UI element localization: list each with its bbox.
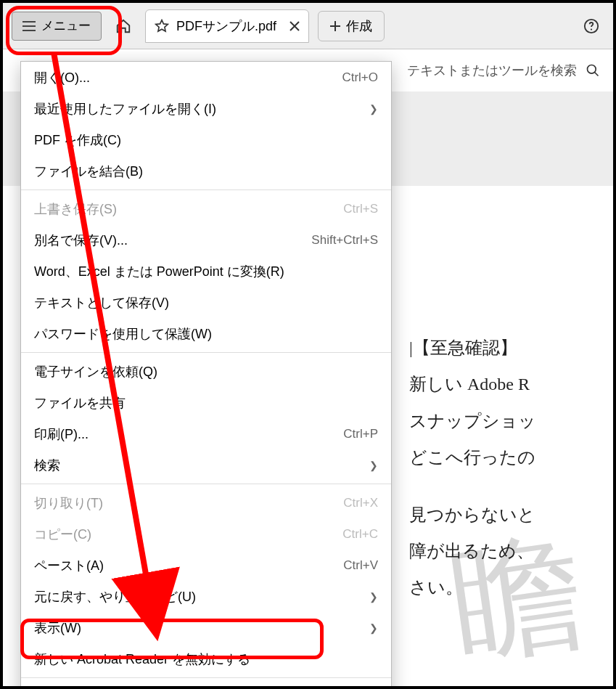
menu-item-disable-new-reader[interactable]: 新しい Acrobat Reader を無効にする — [21, 643, 391, 674]
tab-title: PDFサンプル.pdf — [176, 17, 276, 35]
menu-item-label: 表示(W) — [34, 619, 81, 637]
doc-line: どこへ行ったの — [409, 439, 613, 476]
menu-item-label: 印刷(P)... — [34, 425, 89, 443]
new-tab-button[interactable]: 作成 — [318, 11, 385, 41]
menu-button-label: メニュー — [41, 17, 91, 34]
menu-item-create-pdf[interactable]: PDF を作成(C) — [21, 124, 391, 155]
chevron-right-icon: ❯ — [369, 622, 378, 634]
doc-line: スナップショッ — [409, 403, 613, 439]
menu-item-undo-redo[interactable]: 元に戻す、やり直しなど(U) ❯ — [21, 581, 391, 612]
menu-item-plugins: プラグイン(G) — [21, 681, 391, 689]
menu-item-label: 検索 — [34, 457, 60, 474]
menu-item-label: 最近使用したファイルを開く(I) — [34, 100, 216, 118]
doc-line: さい。 — [409, 569, 613, 606]
doc-line: 新しい Adobe R — [409, 366, 613, 402]
toolbar: メニュー PDFサンプル.pdf 作成 — [3, 3, 613, 49]
menu-separator — [21, 484, 391, 484]
menu-item-label: PDF を作成(C) — [34, 131, 121, 149]
menu-item-shortcut: Ctrl+V — [343, 558, 378, 573]
star-icon[interactable] — [155, 19, 169, 33]
menu-item-save-text[interactable]: テキストとして保存(V) — [21, 287, 391, 318]
doc-line: |【至急確認】 — [409, 330, 613, 366]
menu-item-paste[interactable]: ペースト(A) Ctrl+V — [21, 550, 391, 581]
menu-item-print[interactable]: 印刷(P)... Ctrl+P — [21, 418, 391, 449]
chevron-right-icon: ❯ — [369, 591, 378, 603]
home-icon — [115, 18, 131, 34]
menu-item-label: 新しい Acrobat Reader を無効にする — [34, 651, 250, 668]
menu-separator — [21, 189, 391, 190]
menu-item-recent[interactable]: 最近使用したファイルを開く(I) ❯ — [21, 93, 391, 124]
menu-item-share[interactable]: ファイルを共有 — [21, 387, 391, 418]
menu-item-label: 切り取り(T) — [34, 494, 103, 512]
menu-item-view[interactable]: 表示(W) ❯ — [21, 612, 391, 643]
menu-item-cut: 切り取り(T) Ctrl+X — [21, 487, 391, 518]
menu-item-label: ファイルを共有 — [34, 394, 126, 412]
main-menu-dropdown: 開く(O)... Ctrl+O 最近使用したファイルを開く(I) ❯ PDF を… — [20, 61, 392, 689]
search-placeholder[interactable]: テキストまたはツールを検索 — [407, 62, 577, 79]
svg-point-2 — [588, 65, 596, 74]
menu-item-shortcut: Shift+Ctrl+S — [311, 233, 378, 248]
chevron-right-icon: ❯ — [369, 460, 378, 471]
tab-close-button[interactable] — [289, 21, 300, 31]
document-content: |【至急確認】 新しい Adobe R スナップショッ どこへ行ったの 見つから… — [409, 330, 613, 606]
menu-item-combine[interactable]: ファイルを結合(B) — [21, 155, 391, 187]
menu-item-convert[interactable]: Word、Excel または PowerPoint に変換(R) — [21, 256, 391, 287]
menu-item-label: コピー(C) — [34, 526, 91, 543]
menu-item-label: 別名で保存(V)... — [34, 232, 128, 249]
menu-separator — [21, 677, 391, 678]
menu-item-label: 上書き保存(S) — [34, 200, 117, 218]
doc-line: 見つからないと — [409, 497, 613, 533]
menu-item-saveas[interactable]: 別名で保存(V)... Shift+Ctrl+S — [21, 224, 391, 256]
document-tab[interactable]: PDFサンプル.pdf — [145, 9, 309, 43]
menu-item-label: Word、Excel または PowerPoint に変換(R) — [34, 263, 284, 280]
menu-separator — [21, 352, 391, 353]
menu-item-label: ペースト(A) — [34, 557, 104, 574]
new-tab-label: 作成 — [346, 17, 372, 35]
menu-item-shortcut: Ctrl+S — [343, 202, 378, 216]
menu-item-label: 元に戻す、やり直しなど(U) — [34, 588, 196, 606]
menu-item-save: 上書き保存(S) Ctrl+S — [21, 193, 391, 224]
menu-item-copy: コピー(C) Ctrl+C — [21, 518, 391, 550]
menu-item-open[interactable]: 開く(O)... Ctrl+O — [21, 62, 391, 93]
menu-item-shortcut: Ctrl+O — [342, 70, 378, 85]
menu-button[interactable]: メニュー — [12, 12, 102, 41]
chevron-right-icon: ❯ — [369, 103, 378, 115]
help-button[interactable] — [578, 13, 604, 39]
menu-item-label: 電子サインを依頼(Q) — [34, 363, 157, 380]
menu-item-label: テキストとして保存(V) — [34, 294, 169, 311]
menu-item-protect[interactable]: パスワードを使用して保護(W) — [21, 318, 391, 349]
home-button[interactable] — [110, 13, 136, 39]
svg-point-1 — [591, 28, 592, 30]
plus-icon — [330, 21, 340, 31]
menu-item-shortcut: Ctrl+P — [343, 427, 378, 441]
hamburger-icon — [22, 21, 36, 31]
doc-line: 障が出るため、 — [409, 533, 613, 569]
help-icon — [583, 18, 599, 34]
menu-item-esign[interactable]: 電子サインを依頼(Q) — [21, 356, 391, 387]
menu-item-label: 開く(O)... — [34, 69, 90, 86]
menu-item-label: パスワードを使用して保護(W) — [34, 325, 212, 343]
search-icon[interactable] — [586, 63, 600, 78]
menu-item-shortcut: Ctrl+X — [343, 496, 378, 510]
menu-item-label: ファイルを結合(B) — [34, 163, 143, 180]
menu-item-shortcut: Ctrl+C — [342, 527, 378, 542]
menu-item-search[interactable]: 検索 ❯ — [21, 449, 391, 481]
